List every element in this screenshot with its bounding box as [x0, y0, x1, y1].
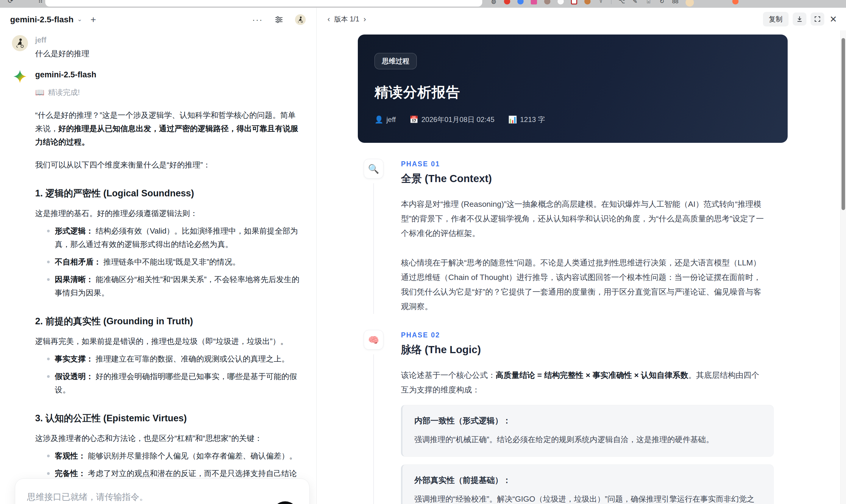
phase-title: 全景 (The Context) — [401, 172, 794, 186]
extension-icon[interactable]: ⌻ — [645, 0, 652, 4]
bullet-list: 事实支撑： 推理建立在可靠的数据、准确的观测或公认的真理之上。 假设透明： 好的… — [35, 352, 301, 397]
extension-icon[interactable]: ✎ — [632, 0, 638, 4]
phase-title: 脉络 (The Logic) — [401, 343, 794, 357]
bullet-list: 形式逻辑： 结构必须有效（Valid）。比如演绎推理中，如果前提全部为真，那么通… — [35, 224, 301, 300]
model-selector[interactable]: gemini-2.5-flash — [10, 15, 73, 24]
toolbar-divider — [611, 0, 612, 4]
phase-section-1: 🔍 PHASE 01 全景 (The Context) 本内容是对“推理 (Re… — [364, 143, 794, 314]
phase-section-2: 🧠 PHASE 02 脉络 (The Logic) 该论述基于一个核心公式：高质… — [364, 314, 794, 504]
phase-label: PHASE 01 — [401, 160, 794, 168]
phase-label: PHASE 02 — [401, 331, 794, 339]
message-text: 什么是好的推理 — [35, 49, 299, 59]
section-heading: 1. 逻辑的严密性 (Logical Soundness) — [35, 187, 301, 200]
preview-panel: ‹ 版本 1/1 › 复制 ✕ — [317, 8, 846, 504]
extension-icon[interactable] — [584, 0, 591, 4]
calendar-icon: 📅 — [410, 115, 419, 124]
status-text: 精读完成! — [48, 88, 80, 97]
extension-icon[interactable] — [571, 0, 577, 4]
user-message: jeff 什么是好的推理 — [12, 35, 299, 59]
settings-sliders-icon[interactable] — [274, 15, 284, 24]
extension-icon[interactable] — [531, 0, 537, 4]
phase-paragraph: 本内容是对“推理 (Reasoning)”这一抽象概念的高层建模。在知识爆炸与人… — [401, 197, 767, 241]
intro-paragraph: “什么是好的推理？”这是一个涉及逻辑学、认知科学和哲学核心的问题。简单来说，好的… — [35, 109, 301, 149]
extension-icon[interactable] — [504, 0, 510, 4]
list-item: 形式逻辑： 结构必须有效（Valid）。比如演绎推理中，如果前提全部为真，那么通… — [35, 224, 301, 251]
browser-chrome: ⟳ ⠿ ◍ ♆ ⌥ ✎ ⌻ ↻ 88 — [0, 0, 846, 8]
report-meta: 👤jeff 📅2026年01月08日 02:45 📊1213 字 — [374, 115, 771, 124]
composer-placeholder: 思维接口已就绪，请传输指令。 — [27, 491, 297, 503]
chat-header: gemini-2.5-flash ⌄ + ··· — [0, 8, 316, 32]
version-label: 版本 1/1 — [334, 15, 359, 24]
extension-icon[interactable] — [732, 0, 739, 4]
chart-icon: 📊 — [508, 115, 517, 124]
extension-icon[interactable]: ↻ — [659, 0, 665, 4]
apps-grid-icon[interactable]: ⠿ — [38, 0, 43, 5]
message-author: gemini-2.5-flash — [35, 70, 301, 83]
section-intro: 这涉及推理者的心态和方法论，也是区分“杠精”和“思想家”的关键： — [35, 432, 301, 445]
list-item: 客观性： 能够识别并尽量排除个人偏见（如幸存者偏差、确认偏差）。 — [35, 449, 301, 463]
dimension-card: 内部一致性（形式逻辑）： 强调推理的“机械正确”。结论必须在给定的规则系统内逻辑… — [401, 405, 774, 457]
formula-paragraph: 该论述基于一个核心公式：高质量结论 = 结构完整性 × 事实准确性 × 认知自律… — [401, 368, 767, 397]
report-date: 2026年01月08日 02:45 — [422, 115, 495, 124]
phase-paragraph: 核心情境在于解决“思考的随意性”问题。不论是人类通过批判性思维进行决策，还是大语… — [401, 256, 767, 314]
preview-toolbar: ‹ 版本 1/1 › 复制 ✕ — [317, 8, 846, 30]
new-chat-button[interactable]: + — [90, 15, 96, 24]
version-prev-button[interactable]: ‹ — [325, 15, 333, 24]
extension-icon[interactable] — [558, 0, 564, 4]
extension-icon[interactable]: ♆ — [598, 0, 604, 4]
list-item: 假设透明： 好的推理会明确指明哪些是已知事实，哪些是基于可能的假设。 — [35, 370, 301, 397]
card-title: 内部一致性（形式逻辑）： — [415, 415, 761, 426]
assistant-message: gemini-2.5-flash 📖 精读完成! “什么是好的推理？”这是一个涉… — [12, 70, 299, 504]
report-title: 精读分析报告 — [374, 83, 771, 102]
card-body: 强调推理的“机械正确”。结论必须在给定的规则系统内逻辑自洽，这是推理的硬件基础。 — [415, 433, 761, 446]
book-icon: 📖 — [35, 88, 45, 97]
reload-icon[interactable]: ⟳ — [8, 0, 13, 5]
dimension-card: 外部真实性（前提基础）： 强调推理的“经验校准”。解决“GIGO（垃圾进，垃圾出… — [401, 464, 774, 504]
list-item: 不自相矛盾： 推理链条中不能出现“既是又非”的情况。 — [35, 255, 301, 269]
lead-paragraph: 我们可以从以下四个维度来衡量什么是“好的推理”： — [35, 158, 301, 172]
report-badge: 思维过程 — [374, 53, 417, 69]
timeline-connector — [373, 354, 374, 504]
extension-icon[interactable]: 88 — [672, 0, 678, 4]
user-avatar[interactable] — [295, 14, 306, 25]
address-bar[interactable] — [45, 0, 482, 6]
extension-icon[interactable] — [544, 0, 550, 4]
close-button[interactable]: ✕ — [830, 14, 837, 24]
user-avatar — [12, 35, 28, 51]
magnifier-icon: 🔍 — [364, 159, 383, 179]
card-body: 强调推理的“经验校准”。解决“GIGO（垃圾进，垃圾出）”问题，确保推理引擎运行… — [415, 492, 761, 504]
report-scroll-area[interactable]: 思维过程 精读分析报告 👤jeff 📅2026年01月08日 02:45 📊12… — [317, 30, 840, 504]
extension-toolbar: ◍ ♆ ⌥ ✎ ⌻ ↻ 88 — [491, 0, 739, 6]
section-heading: 3. 认知的公正性 (Epistemic Virtues) — [35, 412, 301, 425]
message-author: jeff — [35, 35, 299, 44]
gemini-star-icon — [13, 70, 27, 83]
section-intro: 逻辑再完美，如果前提是错误的，推理也是垃圾（即“垃圾进，垃圾出”）。 — [35, 335, 301, 348]
extension-icon[interactable] — [517, 0, 524, 4]
copy-button[interactable]: 复制 — [763, 12, 789, 26]
list-item: 因果清晰： 能准确区分“相关性”和“因果关系”，不会轻率地将先后发生的事情归为因… — [35, 273, 301, 300]
section-heading: 2. 前提的真实性 (Grounding in Truth) — [35, 315, 301, 328]
section-intro: 这是推理的基石。好的推理必须遵循逻辑法则： — [35, 207, 301, 220]
scrollbar-thumb[interactable] — [842, 38, 845, 210]
extension-icon[interactable]: ⌥ — [619, 0, 625, 4]
chat-scroll-area[interactable]: jeff 什么是好的推理 — [0, 32, 316, 504]
version-next-button[interactable]: › — [361, 15, 369, 24]
brain-icon: 🧠 — [364, 330, 383, 349]
timeline-connector — [373, 183, 374, 314]
chevron-down-icon[interactable]: ⌄ — [77, 16, 82, 23]
more-options-button[interactable]: ··· — [252, 15, 263, 25]
extension-icon[interactable]: ◍ — [491, 0, 497, 4]
fullscreen-button[interactable] — [811, 13, 824, 25]
scrollbar-track[interactable] — [840, 30, 846, 504]
author-name: jeff — [386, 115, 396, 124]
assistant-status: 📖 精读完成! — [35, 88, 301, 97]
profile-avatar[interactable] — [686, 0, 694, 6]
card-title: 外部真实性（前提基础）： — [415, 475, 761, 486]
word-count: 1213 字 — [520, 115, 545, 124]
assistant-markdown: “什么是好的推理？”这是一个涉及逻辑学、认知科学和哲学核心的问题。简单来说，好的… — [35, 99, 301, 504]
report-hero-card: 思维过程 精读分析报告 👤jeff 📅2026年01月08日 02:45 📊12… — [358, 35, 788, 143]
chat-panel: gemini-2.5-flash ⌄ + ··· — [0, 8, 317, 504]
author-icon: 👤 — [374, 115, 383, 124]
download-button[interactable] — [793, 13, 806, 25]
message-composer[interactable]: 思维接口已就绪，请传输指令。 + ❖ — [15, 479, 310, 504]
